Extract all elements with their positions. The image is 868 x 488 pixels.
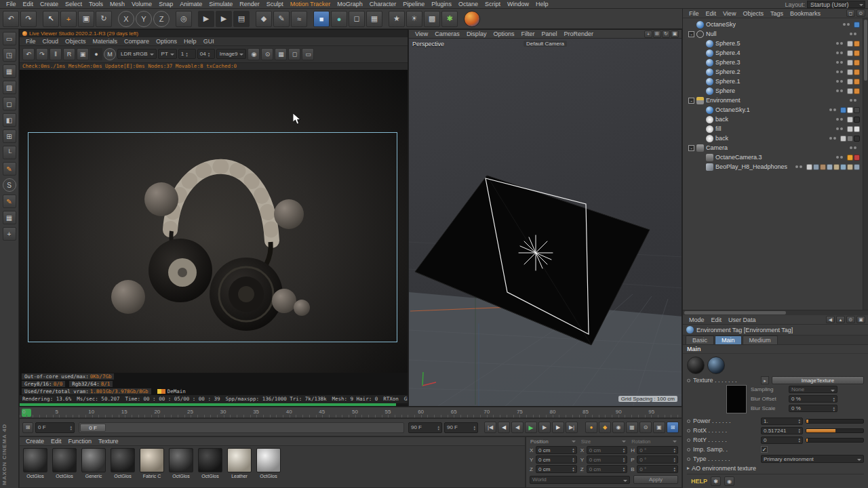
menu-item[interactable]: Animate <box>176 1 205 7</box>
menu-item[interactable]: Create <box>37 1 62 7</box>
visibility-dots[interactable] <box>843 23 850 26</box>
octane-render-view[interactable] <box>20 70 408 373</box>
material-preview[interactable] <box>140 448 164 472</box>
object-name[interactable]: back <box>715 116 728 123</box>
image-select[interactable]: Image9 <box>216 49 247 59</box>
material-item[interactable]: OctGlos <box>22 448 49 480</box>
tonemap-select[interactable]: LDR sRGB <box>117 49 157 59</box>
node-icon[interactable]: ◉ <box>724 476 734 486</box>
tag-chip[interactable] <box>854 69 860 75</box>
ao-environment-row[interactable]: ▸ AO environment texture <box>687 464 864 472</box>
anim-dot[interactable] <box>687 439 690 442</box>
frame-range-slider[interactable]: 0 F <box>79 422 404 433</box>
tag-chip[interactable] <box>847 60 853 66</box>
tree-horizontal-scrollbar[interactable] <box>683 310 868 315</box>
visibility-dots[interactable] <box>836 127 843 130</box>
octane-menu-item[interactable]: GUI <box>200 38 218 45</box>
menu-item[interactable]: Pipeline <box>399 1 428 7</box>
menu-item[interactable]: File <box>3 1 20 7</box>
environment-type-select[interactable]: Primary environment <box>761 455 864 463</box>
transport-button[interactable]: ▶ <box>538 422 551 433</box>
coord-field[interactable]: Z 0 cm <box>530 465 577 473</box>
tag-chip[interactable] <box>840 107 846 113</box>
octane-toolbar-icon[interactable]: ▣ <box>77 48 89 60</box>
coord-field[interactable]: B 0 ° <box>631 465 678 473</box>
tag-chip[interactable] <box>847 69 853 75</box>
material-item[interactable]: OctGlos <box>197 448 224 480</box>
toolbar-icon[interactable]: ◆ <box>256 11 272 27</box>
object-name[interactable]: Sphere.5 <box>715 40 741 47</box>
octane-toolbar-icon[interactable]: ◉ <box>248 48 260 60</box>
tool-icon[interactable]: S <box>3 178 16 192</box>
viewport-label[interactable]: Perspective <box>412 41 444 47</box>
region-spinner[interactable]: 04 <box>197 49 215 59</box>
rotx-field[interactable]: 0.517241 <box>761 427 803 434</box>
sampling-select[interactable]: None <box>789 386 837 393</box>
menu-item[interactable]: Window <box>504 1 532 7</box>
tree-row[interactable]: OctaneSky <box>684 20 861 29</box>
object-name[interactable]: fill <box>715 125 722 132</box>
toolbar-icon[interactable]: ▣ <box>78 11 94 27</box>
viewport-menu-item[interactable]: Options <box>490 30 517 37</box>
octane-toolbar-icon[interactable]: ‖ <box>50 48 62 60</box>
tool-icon[interactable]: ▭ <box>3 32 16 45</box>
octane-menu-item[interactable]: Compare <box>121 38 153 45</box>
visibility-dots[interactable] <box>850 146 856 149</box>
tree-vertical-scrollbar[interactable] <box>863 18 868 310</box>
material-preview[interactable] <box>227 448 252 472</box>
object-name[interactable]: back <box>715 135 728 142</box>
object-name[interactable]: Sphere.1 <box>715 78 741 85</box>
menu-item[interactable]: Render <box>236 1 263 7</box>
tag-chip[interactable] <box>854 136 860 142</box>
object-name[interactable]: Camera <box>706 144 728 151</box>
tag-chip[interactable] <box>847 126 853 132</box>
octane-menu-item[interactable]: Options <box>153 38 180 45</box>
tag-chip[interactable] <box>854 41 860 47</box>
toolbar-icon[interactable]: Y <box>136 11 152 27</box>
material-menu-item[interactable]: Function <box>65 438 96 445</box>
material-preview[interactable] <box>256 448 281 472</box>
subsample-spinner[interactable]: 1 <box>178 49 196 59</box>
coord-column-header[interactable]: Size <box>580 439 628 445</box>
anim-dot[interactable] <box>687 458 690 461</box>
tag-chip[interactable] <box>847 41 853 47</box>
viewport-menu-item[interactable]: Display <box>463 30 490 37</box>
menu-item[interactable]: Volume <box>128 1 155 7</box>
record-button[interactable]: ⊞ <box>667 422 679 433</box>
attribute-menu-item[interactable]: Edit <box>708 317 726 323</box>
tool-icon[interactable]: ⊞ <box>3 129 16 143</box>
record-button[interactable]: ⊙ <box>639 422 652 433</box>
object-menu-item[interactable]: File <box>686 10 703 17</box>
material-preview[interactable] <box>198 448 222 472</box>
expand-toggle[interactable] <box>688 31 694 37</box>
attribute-manager-icon[interactable]: ▴ <box>836 316 845 323</box>
toolbar-icon[interactable]: ▩ <box>424 11 440 27</box>
material-preview-ball[interactable] <box>707 357 725 374</box>
visibility-dots[interactable] <box>836 80 843 83</box>
material-item[interactable]: OctGlos <box>167 448 195 480</box>
tree-row[interactable]: OctaneSky.1 <box>684 105 861 115</box>
range-start-field[interactable]: 90 F <box>408 422 442 433</box>
tag-chip[interactable] <box>847 155 853 161</box>
tool-icon[interactable]: └ <box>3 146 16 159</box>
anim-dot[interactable] <box>687 429 690 432</box>
toolbar-icon[interactable]: ↶ <box>3 11 19 27</box>
visibility-dots[interactable] <box>850 33 856 35</box>
menu-item[interactable]: Motion Tracker <box>287 1 334 7</box>
blur-offset-field[interactable]: 0 % <box>789 395 837 403</box>
toolbar-icon[interactable]: ▶ <box>216 11 232 27</box>
viewport-menu-item[interactable]: ProRender <box>560 30 597 37</box>
octane-titlebar[interactable]: Live Viewer Studio 2020.2.1-R3 (29 days … <box>20 30 408 37</box>
octane-toolbar-icon[interactable]: ● <box>90 48 102 60</box>
visibility-dots[interactable] <box>795 165 802 168</box>
toolbar-icon[interactable]: ▦ <box>366 11 382 27</box>
timeline-ruler[interactable]: 05101520253035404550556065707580859095 <box>19 407 682 418</box>
menu-item[interactable]: Tools <box>85 1 106 7</box>
transport-button[interactable]: ◀ <box>498 422 510 433</box>
toolbar-icon[interactable]: ▤ <box>233 11 250 27</box>
octane-menu-item[interactable]: Cloud <box>39 38 62 45</box>
octane-toolbar-icon[interactable]: ↶ <box>22 48 35 60</box>
attribute-tab[interactable]: Basic <box>686 336 714 344</box>
octane-menu-item[interactable]: Materials <box>90 38 121 45</box>
transport-button[interactable]: ▶| <box>566 422 578 433</box>
